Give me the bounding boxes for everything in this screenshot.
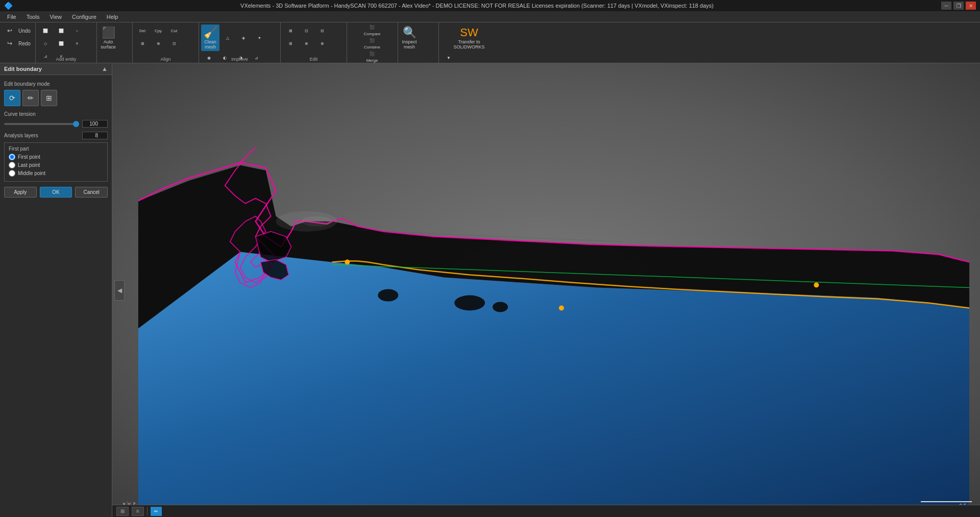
improve-btn-4[interactable]: ✦: [252, 32, 267, 44]
app-icon: 🔷: [4, 2, 13, 10]
transfer-dropdown-button[interactable]: ▼: [441, 52, 456, 64]
statusbar-divider: [147, 507, 148, 515]
statusbar-grid-button[interactable]: ⊞: [116, 507, 129, 516]
add-entity-btn-1[interactable]: ⬜: [38, 24, 53, 37]
svg-text:X: X: [131, 502, 132, 503]
panel-close-button[interactable]: ▲: [102, 65, 108, 72]
auto-surface-group: ⬛ Autosurface: [97, 22, 133, 63]
edit-btn-1[interactable]: ⊠: [283, 24, 298, 37]
align-group: Del Cpy Cut ⊞ ⊕ ⊡ Align: [133, 22, 199, 63]
curve-tension-row: Curve tension: [4, 111, 108, 117]
radio-first-point-label: First point: [18, 154, 40, 160]
auto-surface-icon: ⬛: [102, 26, 115, 39]
align-btn-3[interactable]: ⊡: [166, 37, 182, 50]
transfer-solidworks-label: Transfer toSOLIDWORKS: [453, 39, 484, 50]
svg-point-9: [814, 283, 819, 288]
viewport[interactable]: ◀ X Y Z X Y Z: [112, 63, 980, 517]
add-entity-btn-6[interactable]: ≡: [69, 37, 85, 50]
close-button[interactable]: ✕: [966, 2, 976, 10]
mode-2-icon: ✏: [28, 94, 34, 102]
edit-btn-6[interactable]: ⊗: [314, 37, 330, 50]
edit-boundary-mode-label: Edit boundary mode: [4, 81, 108, 87]
radio-middle-point-input[interactable]: [9, 170, 15, 177]
curve-tension-input[interactable]: [82, 120, 108, 128]
svg-marker-18: [127, 502, 128, 502]
combine-button[interactable]: ⬛ Combine: [349, 38, 395, 50]
edit-group: ⊠ ⊡ ⊟ ⊞ ⊕ ⊗ Edit: [281, 22, 347, 63]
compare-combine-group: ⬛ Compare ⬛ Combine ⬛ Merge: [347, 22, 398, 63]
edit-btn-3[interactable]: ⊟: [314, 24, 330, 37]
add-entity-btn-2[interactable]: ⬜: [54, 24, 69, 37]
align-btn-2[interactable]: ⊕: [151, 37, 166, 50]
first-part-group: First part First point Last point Middle…: [4, 142, 108, 182]
statusbar-view-button[interactable]: ✏: [151, 507, 162, 516]
panel-content: Edit boundary mode ⟳ ✏ ⊞ Curve tension: [0, 75, 112, 517]
solidworks-icon: SW: [460, 26, 478, 39]
minimize-button[interactable]: ─: [941, 2, 951, 10]
inspect-mesh-button[interactable]: 🔍 Inspectmesh: [400, 24, 419, 51]
statusbar-list-button[interactable]: ≡: [132, 507, 144, 516]
undo-button[interactable]: ↩: [2, 24, 17, 37]
ok-button[interactable]: OK: [40, 187, 72, 198]
radio-first-point: First point: [9, 154, 103, 160]
add-entity-btn-5[interactable]: ⬜: [54, 37, 69, 50]
window-title: VXelements - 3D Software Platform - Hand…: [13, 3, 941, 9]
merge-button[interactable]: ⬛ Merge: [349, 51, 395, 63]
collapse-panel-button[interactable]: ◀: [114, 280, 125, 301]
apply-button[interactable]: Apply: [4, 187, 37, 198]
curve-tension-label: Curve tension: [4, 111, 108, 117]
mode-btn-2[interactable]: ✏: [22, 90, 39, 106]
auto-surface-label: Autosurface: [101, 39, 116, 50]
analysis-layers-label: Analysis layers: [4, 133, 79, 138]
cut-button[interactable]: Cut: [166, 24, 182, 37]
compare-button[interactable]: ⬛ Compare: [349, 24, 395, 37]
transfer-solidworks-group: SW Transfer toSOLIDWORKS ▼: [439, 22, 500, 63]
delete-button[interactable]: Del: [135, 24, 150, 37]
mode-3-icon: ⊞: [46, 94, 52, 102]
action-buttons: Apply OK Cancel: [4, 187, 108, 198]
statusbar: ⊞ ≡ ✏: [112, 505, 980, 517]
analysis-layers-input[interactable]: [82, 132, 108, 139]
svg-point-7: [345, 260, 350, 265]
radio-middle-point: Middle point: [9, 170, 103, 177]
curve-tension-control: [4, 120, 108, 128]
svg-point-8: [559, 305, 564, 310]
cancel-button[interactable]: Cancel: [75, 187, 108, 198]
redo-button[interactable]: ↪: [2, 37, 17, 50]
collapse-icon: ◀: [117, 287, 122, 294]
menu-help[interactable]: Help: [102, 13, 124, 21]
mode-btn-1[interactable]: ⟳: [4, 90, 20, 106]
menu-tools[interactable]: Tools: [21, 13, 45, 21]
curve-tension-slider[interactable]: [4, 123, 79, 125]
radio-last-point-label: Last point: [18, 162, 40, 168]
add-entity-label: Add entity: [36, 57, 96, 62]
edit-btn-5[interactable]: ⊕: [299, 37, 314, 50]
restore-button[interactable]: ❐: [953, 2, 964, 10]
svg-point-11: [302, 216, 332, 227]
copy-button[interactable]: Cpy: [151, 24, 166, 37]
scale-line: [921, 501, 972, 502]
radio-first-point-input[interactable]: [9, 154, 15, 160]
align-label: Align: [133, 57, 199, 62]
edit-btn-4[interactable]: ⊞: [283, 37, 298, 50]
mode-btn-3[interactable]: ⊞: [41, 90, 57, 106]
edit-btn-2[interactable]: ⊡: [299, 24, 314, 37]
analysis-layers-row: Analysis layers: [4, 132, 108, 139]
radio-middle-point-label: Middle point: [18, 170, 45, 176]
auto-surface-button[interactable]: ⬛ Autosurface: [99, 24, 117, 51]
add-entity-btn-4[interactable]: ◇: [38, 37, 53, 50]
radio-last-point-input[interactable]: [9, 162, 15, 168]
svg-point-4: [378, 289, 398, 302]
menu-file[interactable]: File: [2, 13, 21, 21]
menu-view[interactable]: View: [44, 13, 67, 21]
transfer-solidworks-button[interactable]: SW Transfer toSOLIDWORKS: [441, 24, 497, 51]
clean-mesh-icon: 🧹: [204, 26, 217, 39]
inspect-mesh-group: 🔍 Inspectmesh: [398, 22, 439, 63]
svg-point-5: [454, 295, 485, 310]
improve-btn-3[interactable]: ◈: [236, 32, 251, 44]
add-entity-btn-3[interactable]: ○: [69, 24, 85, 37]
clean-mesh-button[interactable]: 🧹 Clean mesh: [201, 24, 219, 51]
align-btn-1[interactable]: ⊞: [135, 37, 150, 50]
menu-configure[interactable]: Configure: [67, 13, 102, 21]
improve-btn-2[interactable]: △: [220, 32, 235, 44]
